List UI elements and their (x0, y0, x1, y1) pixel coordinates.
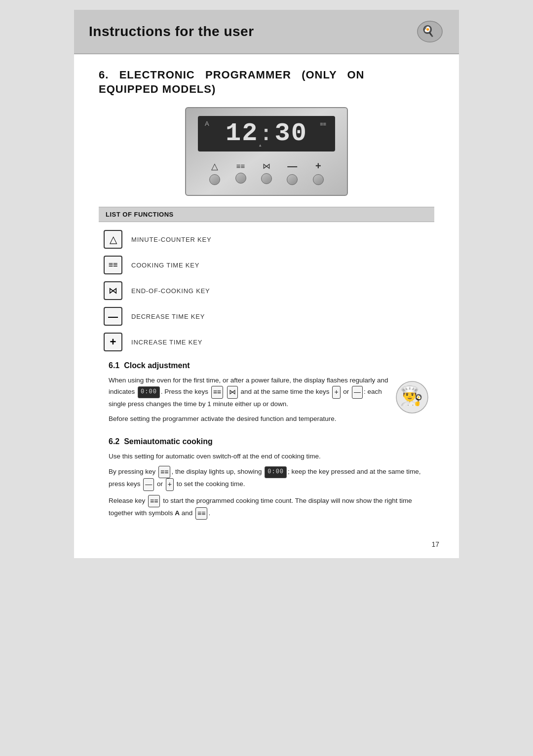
increase-icon-box: + (104, 333, 122, 351)
function-item-increase: + INCREASE TIME KEY (104, 333, 434, 351)
cooking-time-ref-1: ≡≡ (211, 386, 223, 398)
minus-icon: — (287, 160, 297, 172)
section-6-2-content: Use this setting for automatic oven swit… (99, 451, 434, 520)
svg-text:👨‍🍳: 👨‍🍳 (400, 384, 423, 407)
cooking-time-icon-box: ≡≡ (104, 256, 122, 274)
display-buttons-row: △ ≡≡ ⋈ — (198, 158, 335, 187)
cooking-time-icon: ≡≡ (236, 162, 245, 170)
display-btn-minus[interactable]: — (287, 160, 298, 185)
end-cooking-button-circle[interactable] (261, 173, 272, 184)
display-dot-indicator: ▲ (258, 143, 262, 148)
minute-counter-icon-box: △ (104, 230, 122, 249)
section-6-2-para-2: By pressing key ≡≡, the display lights u… (109, 466, 434, 491)
display-time-left: 12 (226, 119, 258, 148)
chef-icon: 👨‍🍳 (395, 380, 429, 415)
section-6-1-para-1: When using the oven for the first time, … (109, 375, 395, 410)
minute-counter-label: MINUTE-COUNTER KEY (131, 236, 211, 243)
section-6-1: 6.1 Clock adjustment When using the oven… (99, 361, 434, 428)
section-6-2: 6.2 Semiautomatic cooking Use this setti… (99, 437, 434, 520)
end-cooking-icon-box: ⋈ (104, 281, 122, 300)
cooking-time-ref-2: ≡≡ (158, 466, 170, 478)
display-time: 12:30 (226, 121, 307, 147)
section-6-2-number: 6.2 (109, 437, 119, 446)
decrease-icon: — (108, 311, 118, 321)
display-time-right: 30 (275, 119, 307, 148)
function-item-minute-counter: △ MINUTE-COUNTER KEY (104, 230, 434, 249)
section-6-1-image: 👨‍🍳 (395, 375, 434, 428)
programmer-display-panel: A 12:30 ≡≡ ▲ △ (185, 107, 348, 196)
header-cooking-icon: 🍳 (416, 19, 444, 44)
display-ref-1: 0:00 (138, 386, 160, 398)
display-btn-bell[interactable]: △ (209, 161, 220, 185)
cooking-time-label: COOKING TIME KEY (131, 262, 199, 269)
display-btn-cooking[interactable]: ≡≡ (235, 162, 246, 184)
increase-icon: + (110, 336, 116, 348)
display-screen: A 12:30 ≡≡ ▲ (198, 116, 335, 151)
cooking-time-ref-4: ≡≡ (195, 507, 207, 520)
minute-counter-icon: △ (110, 233, 117, 245)
section-6-1-title: 6.1 Clock adjustment (99, 361, 434, 370)
section-6-2-para-3: Release key ≡≡ to start the programmed c… (109, 495, 434, 520)
minus-ref-2: — (143, 478, 154, 491)
section-6-1-content: When using the oven for the first time, … (99, 375, 395, 424)
display-container: A 12:30 ≡≡ ▲ △ (99, 107, 434, 196)
bell-icon: △ (211, 161, 218, 172)
page-title: Instructions for the user (89, 24, 254, 39)
display-ref-2: 0:00 (265, 466, 287, 478)
functions-list: △ MINUTE-COUNTER KEY ≡≡ COOKING TIME KEY… (99, 230, 434, 351)
section-6-1-number: 6.1 (109, 361, 119, 370)
end-cooking-ref-1: ⋈ (227, 386, 238, 398)
section-6-1-para-2: Before setting the programmer activate t… (109, 414, 395, 424)
cooking-time-icon: ≡≡ (109, 261, 118, 269)
functions-header: LIST OF FUNCTIONS (99, 207, 434, 222)
cooking-time-ref-3: ≡≡ (148, 495, 160, 507)
function-item-decrease: — DECREASE TIME KEY (104, 307, 434, 326)
display-btn-end-cooking[interactable]: ⋈ (261, 161, 272, 184)
main-content: 6. ELECTRONIC PROGRAMMER (ONLY ONEQUIPPE… (74, 54, 459, 538)
section-6-1-heading: Clock adjustment (124, 361, 190, 370)
end-cooking-label: END-OF-COOKING KEY (131, 287, 210, 295)
end-cooking-icon: ⋈ (109, 285, 117, 296)
display-btn-plus[interactable]: + (313, 160, 324, 185)
section-6-2-title: 6.2 Semiautomatic cooking (99, 437, 434, 446)
minus-button-circle[interactable] (287, 174, 298, 185)
section-6-1-text: When using the oven for the first time, … (99, 375, 395, 428)
section-6-1-wrapper: When using the oven for the first time, … (99, 375, 434, 428)
page: Instructions for the user 🍳 6. ELECTRONI… (74, 10, 459, 558)
svg-text:🍳: 🍳 (421, 25, 435, 38)
increase-label: INCREASE TIME KEY (131, 339, 202, 346)
decrease-icon-box: — (104, 307, 122, 326)
section-6-heading: 6. ELECTRONIC PROGRAMMER (ONLY ONEQUIPPE… (99, 68, 434, 96)
function-item-end-cooking: ⋈ END-OF-COOKING KEY (104, 281, 434, 300)
display-small-icons: ≡≡ (320, 121, 326, 127)
page-header: Instructions for the user 🍳 (74, 10, 459, 54)
decrease-label: DECREASE TIME KEY (131, 313, 205, 320)
display-cooking-icon-small: ≡≡ (320, 121, 326, 127)
bell-button-circle[interactable] (209, 174, 220, 185)
plus-button-circle[interactable] (313, 174, 324, 185)
page-number: 17 (431, 540, 439, 548)
section-6-2-heading: Semiautomatic cooking (124, 437, 213, 446)
plus-ref-1: + (332, 386, 340, 398)
display-superscript: A (205, 120, 209, 127)
end-cooking-icon: ⋈ (263, 161, 270, 171)
section-6-2-para-1: Use this setting for automatic oven swit… (109, 451, 434, 462)
cooking-button-circle[interactable] (235, 173, 246, 184)
plus-icon: + (315, 160, 321, 172)
plus-ref-2: + (166, 478, 174, 491)
minus-ref-1: — (352, 386, 363, 398)
function-item-cooking-time: ≡≡ COOKING TIME KEY (104, 256, 434, 274)
